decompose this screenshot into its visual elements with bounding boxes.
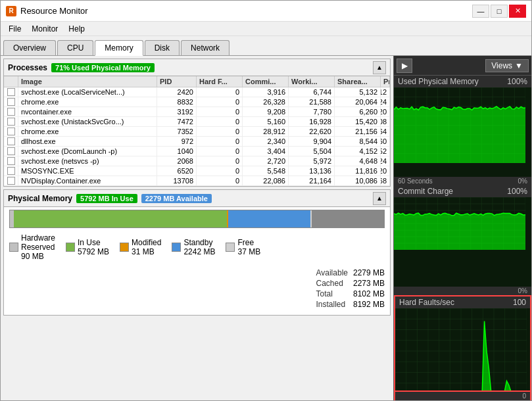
- tab-disk[interactable]: Disk: [145, 40, 180, 55]
- row-checkbox[interactable]: [7, 167, 15, 175]
- left-panel: Processes 71% Used Physical Memory ▲ Ima…: [1, 56, 393, 400]
- table-row: MSOSYNC.EXE 6520 0 5,548 13,136 11,816 1…: [4, 166, 390, 176]
- table-row: chrome.exe 7352 0 28,912 22,620 21,156 1…: [4, 127, 390, 137]
- close-button[interactable]: ✕: [509, 5, 526, 18]
- table-row: svchost.exe (LocalServiceNet...) 2420 0 …: [4, 87, 390, 97]
- tab-network[interactable]: Network: [181, 40, 230, 55]
- sixty-seconds-label: 60 Seconds: [398, 177, 433, 185]
- menu-bar: File Monitor Help: [1, 22, 531, 36]
- commit-chart-section: Commit Charge 100% 0%: [394, 185, 531, 295]
- views-arrow-icon: ▼: [515, 61, 523, 70]
- commit-chart-footer: 0%: [394, 287, 531, 295]
- legend-in-use: In Use5792 MB: [66, 233, 109, 261]
- stat-label-available: Available: [316, 268, 352, 278]
- stat-label-cached: Cached: [316, 278, 352, 289]
- row-checkbox[interactable]: [7, 98, 15, 106]
- col-shareable[interactable]: Sharea...: [335, 76, 381, 87]
- col-commit[interactable]: Commi...: [243, 76, 289, 87]
- app-icon: R: [6, 6, 16, 16]
- processes-table-header: Image PID Hard F... Commi... Worki... Sh…: [4, 76, 390, 87]
- right-panel-header: ▶ Views ▼: [394, 56, 531, 76]
- commit-chart-zero: 0%: [518, 287, 527, 295]
- bar-free: [310, 210, 312, 227]
- col-image[interactable]: Image: [18, 76, 157, 87]
- memory-legend: HardwareReserved90 MB In Use5792 MB Modi…: [4, 231, 390, 264]
- memory-collapse-button[interactable]: ▲: [373, 192, 386, 205]
- title-bar: R Resource Monitor — □ ✕: [1, 1, 531, 22]
- tab-overview[interactable]: Overview: [3, 40, 56, 55]
- table-row: chrome.exe 8832 0 26,328 21,588 20,064 1…: [4, 97, 390, 107]
- memory-badge-available: 2279 MB Available: [141, 194, 212, 203]
- hard-faults-section: Hard Faults/sec 100 0: [394, 295, 531, 400]
- legend-standby: Standby2242 MB: [172, 233, 215, 261]
- used-memory-chart-label: Used Physical Memory 100%: [394, 76, 531, 87]
- processes-header: Processes 71% Used Physical Memory ▲: [4, 59, 390, 76]
- hard-faults-zero: 0: [522, 392, 526, 400]
- tab-cpu[interactable]: CPU: [57, 40, 93, 55]
- hard-faults-top-val: 100: [513, 298, 526, 307]
- stat-row-cached: Cached 2273 MB: [316, 278, 385, 289]
- row-checkbox[interactable]: [7, 128, 15, 135]
- memory-header: Physical Memory 5792 MB In Use 2279 MB A…: [4, 190, 390, 207]
- memory-chart-footer: 60 Seconds 0%: [394, 177, 531, 185]
- legend-modified: Modified31 MB: [120, 233, 161, 261]
- row-checkbox[interactable]: [7, 88, 15, 96]
- right-panel: ▶ Views ▼ Used Physical Memory 100% 60 S…: [393, 56, 531, 400]
- table-row: svchost.exe (netsvcs -p) 2068 0 2,720 5,…: [4, 156, 390, 166]
- row-checkbox[interactable]: [7, 147, 15, 155]
- row-checkbox[interactable]: [7, 157, 15, 165]
- table-row: svchost.exe (DcomLaunch -p) 1040 0 3,404…: [4, 147, 390, 156]
- commit-chart-label: Commit Charge 100%: [394, 185, 531, 197]
- memory-stats: Available 2279 MB Cached 2273 MB Total 8…: [4, 264, 390, 315]
- maximize-button[interactable]: □: [491, 5, 508, 18]
- right-nav-button[interactable]: ▶: [397, 59, 412, 73]
- views-button[interactable]: Views ▼: [485, 59, 529, 72]
- table-row: svchost.exe (UnistackSvcGro...) 7472 0 5…: [4, 117, 390, 127]
- legend-hw-reserved: HardwareReserved90 MB: [9, 233, 55, 261]
- stat-value-total: 8102 MB: [353, 289, 385, 299]
- memory-badge-inuse: 5792 MB In Use: [76, 194, 137, 203]
- processes-table-body: svchost.exe (LocalServiceNet...) 2420 0 …: [4, 87, 390, 186]
- bar-standby: [228, 210, 310, 227]
- views-label: Views: [491, 61, 512, 70]
- stat-value-cached: 2273 MB: [353, 278, 385, 289]
- title-bar-left: R Resource Monitor: [6, 6, 88, 16]
- commit-chart: [394, 197, 531, 287]
- stat-row-available: Available 2279 MB: [316, 268, 385, 278]
- col-check: [4, 76, 18, 87]
- table-row: dllhost.exe 972 0 2,340 9,904 8,544 1,36…: [4, 137, 390, 147]
- minimize-button[interactable]: —: [472, 5, 489, 18]
- stat-label-total: Total: [316, 289, 352, 299]
- processes-collapse-button[interactable]: ▲: [373, 61, 386, 74]
- physical-memory-section: Physical Memory 5792 MB In Use 2279 MB A…: [3, 189, 391, 316]
- used-memory-chart: [394, 87, 531, 177]
- col-private[interactable]: Private ...: [381, 76, 390, 87]
- hard-faults-text: Hard Faults/sec: [399, 298, 454, 307]
- menu-file[interactable]: File: [3, 23, 26, 35]
- used-memory-chart-section: Used Physical Memory 100% 60 Seconds 0%: [394, 76, 531, 185]
- main-content: Processes 71% Used Physical Memory ▲ Ima…: [1, 56, 531, 400]
- tab-memory[interactable]: Memory: [95, 40, 143, 56]
- menu-monitor[interactable]: Monitor: [26, 23, 63, 35]
- menu-help[interactable]: Help: [63, 23, 90, 35]
- window-title: Resource Monitor: [20, 6, 88, 16]
- row-checkbox[interactable]: [7, 137, 15, 145]
- memory-bar: [9, 210, 385, 228]
- memory-stats-table: Available 2279 MB Cached 2273 MB Total 8…: [316, 268, 385, 310]
- col-hardfaults[interactable]: Hard F...: [197, 76, 243, 87]
- col-working[interactable]: Worki...: [289, 76, 335, 87]
- hard-faults-footer: 0: [394, 392, 531, 400]
- commit-value: 100%: [507, 187, 527, 196]
- used-memory-value: 100%: [507, 77, 527, 86]
- main-window: R Resource Monitor — □ ✕ File Monitor He…: [0, 0, 532, 401]
- row-checkbox[interactable]: [7, 118, 15, 126]
- row-checkbox[interactable]: [7, 108, 15, 116]
- commit-label: Commit Charge: [398, 187, 453, 196]
- legend-free: Free37 MB: [226, 233, 260, 261]
- used-memory-label: Used Physical Memory: [398, 77, 479, 86]
- col-pid[interactable]: PID: [157, 76, 197, 87]
- table-row: NVDisplay.Container.exe 13708 0 22,086 2…: [4, 176, 390, 186]
- processes-section: Processes 71% Used Physical Memory ▲ Ima…: [3, 59, 391, 187]
- stat-label-installed: Installed: [316, 299, 352, 310]
- row-checkbox[interactable]: [7, 177, 15, 185]
